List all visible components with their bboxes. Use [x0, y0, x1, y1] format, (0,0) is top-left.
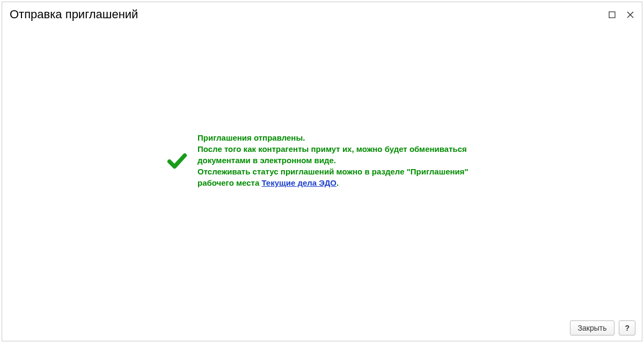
window-title: Отправка приглашений — [10, 8, 138, 21]
message-line1: Приглашения отправлены. — [197, 133, 305, 142]
titlebar: Отправка приглашений — [2, 2, 642, 26]
svg-rect-0 — [609, 12, 615, 18]
message-box: Приглашения отправлены. После того как к… — [166, 132, 478, 188]
dialog-window: Отправка приглашений Пр — [2, 2, 642, 341]
message-line3b: . — [336, 178, 339, 187]
content-area: Приглашения отправлены. После того как к… — [2, 26, 642, 316]
window-controls — [608, 10, 634, 19]
checkmark-icon — [166, 150, 188, 171]
message-text: Приглашения отправлены. После того как к… — [197, 132, 478, 188]
maximize-icon[interactable] — [608, 10, 616, 19]
close-icon[interactable] — [626, 10, 634, 19]
edo-link[interactable]: Текущие дела ЭДО — [261, 178, 336, 187]
footer-bar: Закрыть ? — [2, 316, 642, 341]
message-line2: После того как контрагенты примут их, мо… — [197, 144, 467, 165]
help-button[interactable]: ? — [619, 320, 635, 335]
close-button[interactable]: Закрыть — [570, 320, 615, 335]
